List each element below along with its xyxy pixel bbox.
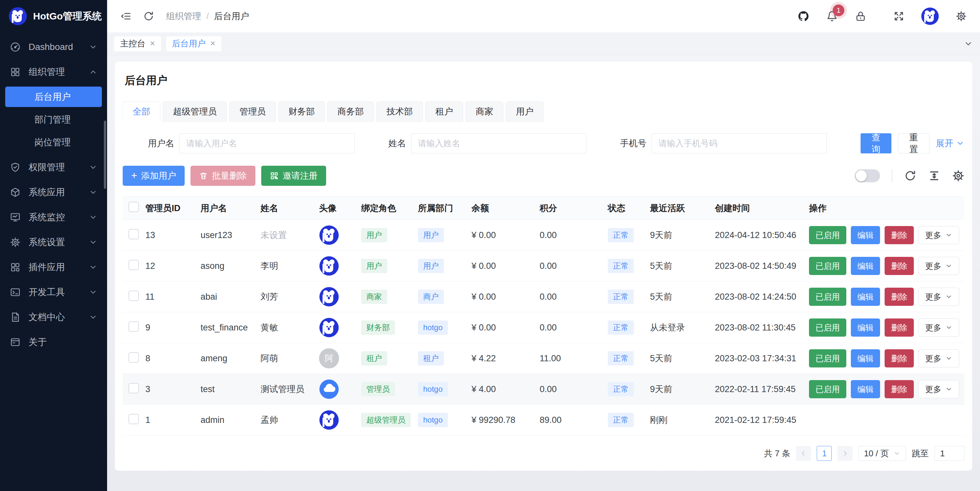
expand-link[interactable]: 展开 <box>936 138 964 149</box>
page-size-select[interactable]: 10 / 页 <box>858 446 906 461</box>
sidebar-item-perm[interactable]: 权限管理 <box>0 155 107 180</box>
sidebar-item-docs[interactable]: 文档中心 <box>0 305 107 329</box>
lock-icon[interactable] <box>854 10 867 23</box>
role-filter-tab-merchant[interactable]: 商家 <box>466 102 503 122</box>
role-tag: 用户 <box>361 259 387 273</box>
delete-button[interactable]: 删除 <box>885 288 914 306</box>
cell-balance: ¥ 4.00 <box>471 384 540 394</box>
role-filter-tab-user[interactable]: 用户 <box>506 102 544 122</box>
sidebar-item-about[interactable]: 关于 <box>0 329 107 354</box>
next-page-button[interactable] <box>838 446 853 461</box>
column-header: 用户名 <box>200 202 261 214</box>
enabled-button[interactable]: 已启用 <box>809 288 846 306</box>
invite-register-button[interactable]: 邀请注册 <box>261 166 326 186</box>
sidebar-subitem-backend-users[interactable]: 后台用户 <box>5 87 102 107</box>
cell-name: 黄敏 <box>261 322 319 334</box>
role-filter-tab-all[interactable]: 全部 <box>123 102 160 122</box>
query-button[interactable]: 查询 <box>861 133 891 153</box>
page-tab-label: 主控台 <box>120 38 145 49</box>
enabled-button[interactable]: 已启用 <box>809 380 846 398</box>
tabbar-chevron-down-icon[interactable] <box>964 39 973 48</box>
sidebar-subitem-post[interactable]: 岗位管理 <box>5 132 102 153</box>
realname-input[interactable] <box>411 133 586 153</box>
column-settings-gear-icon[interactable] <box>952 170 964 182</box>
delete-button[interactable]: 删除 <box>885 226 914 244</box>
role-filter-tab-business[interactable]: 商务部 <box>328 102 374 122</box>
cell-actions: 已启用 编辑 删除 更多 <box>809 380 964 398</box>
more-button[interactable]: 更多 <box>918 349 959 367</box>
role-filter-tab-tech[interactable]: 技术部 <box>376 102 423 122</box>
prev-page-button[interactable] <box>796 446 811 461</box>
edit-button[interactable]: 编辑 <box>851 318 880 337</box>
more-button[interactable]: 更多 <box>918 318 959 337</box>
fullscreen-icon[interactable] <box>892 10 905 23</box>
enabled-button[interactable]: 已启用 <box>809 349 846 367</box>
cell-admin-id: 12 <box>145 261 200 271</box>
table-refresh-icon[interactable] <box>904 170 916 182</box>
more-button[interactable]: 更多 <box>918 288 959 306</box>
sidebar-item-sysset[interactable]: 系统设置 <box>0 230 107 254</box>
refresh-icon[interactable] <box>142 10 155 23</box>
striped-toggle[interactable] <box>855 169 880 182</box>
enabled-button[interactable]: 已启用 <box>809 318 846 337</box>
filter-label: 用户名 <box>148 138 174 149</box>
delete-button[interactable]: 删除 <box>885 257 914 275</box>
role-filter-tab-tenant[interactable]: 租户 <box>425 102 463 122</box>
batch-delete-button[interactable]: 批量删除 <box>191 166 255 186</box>
filter-label: 姓名 <box>388 138 406 149</box>
settings-gear-icon[interactable] <box>955 10 968 23</box>
row-checkbox[interactable] <box>129 260 139 270</box>
more-button[interactable]: 更多 <box>918 257 959 275</box>
edit-button[interactable]: 编辑 <box>851 226 880 244</box>
more-button[interactable]: 更多 <box>918 226 959 244</box>
breadcrumb-parent[interactable]: 组织管理 <box>166 10 201 22</box>
chevron-down-icon <box>945 355 952 362</box>
sidebar-item-sysmon[interactable]: 系统监控 <box>0 205 107 230</box>
role-filter-tab-super-admin[interactable]: 超级管理员 <box>163 102 227 122</box>
sidebar-item-sysapp[interactable]: 系统应用 <box>0 180 107 205</box>
more-button[interactable]: 更多 <box>918 380 959 398</box>
row-checkbox[interactable] <box>129 383 139 393</box>
sidebar-item-dashboard[interactable]: Dashboard <box>0 34 107 59</box>
row-checkbox[interactable] <box>129 321 139 332</box>
row-checkbox[interactable] <box>129 352 139 362</box>
sidebar-item-plugin[interactable]: 插件应用 <box>0 254 107 280</box>
github-icon[interactable] <box>797 10 810 23</box>
enabled-button[interactable]: 已启用 <box>809 226 846 244</box>
enabled-button[interactable]: 已启用 <box>809 257 846 275</box>
close-icon[interactable]: × <box>210 39 215 48</box>
delete-button[interactable]: 删除 <box>885 349 914 367</box>
role-filter-tab-finance[interactable]: 财务部 <box>278 102 325 122</box>
sidebar-item-label: 权限管理 <box>29 161 89 173</box>
delete-button[interactable]: 删除 <box>885 318 914 337</box>
edit-button[interactable]: 编辑 <box>851 288 880 306</box>
jump-page-input[interactable] <box>935 446 964 461</box>
sidebar-item-org[interactable]: 组织管理 <box>0 59 107 84</box>
row-checkbox[interactable] <box>129 229 139 239</box>
sidebar-collapse-icon[interactable] <box>119 10 132 23</box>
page-number-button[interactable]: 1 <box>817 446 832 461</box>
sidebar-scrollbar[interactable] <box>104 121 106 189</box>
role-filter-tab-label: 管理员 <box>239 106 266 118</box>
row-checkbox[interactable] <box>129 414 139 424</box>
mobile-input[interactable] <box>652 133 827 153</box>
edit-button[interactable]: 编辑 <box>851 257 880 275</box>
edit-button[interactable]: 编辑 <box>851 380 880 398</box>
delete-button[interactable]: 删除 <box>885 380 914 398</box>
reset-button[interactable]: 重置 <box>898 133 929 153</box>
close-icon[interactable]: × <box>150 39 155 48</box>
sidebar-item-devtool[interactable]: 开发工具 <box>0 280 107 305</box>
user-avatar[interactable] <box>921 7 939 25</box>
cell-admin-id: 3 <box>145 384 200 394</box>
row-avatar <box>319 410 339 430</box>
row-checkbox[interactable] <box>129 291 139 301</box>
add-user-button[interactable]: + 添加用户 <box>123 166 185 186</box>
role-filter-tab-admin[interactable]: 管理员 <box>229 102 276 122</box>
page-tab-backend-users[interactable]: 后台用户 × <box>166 37 221 51</box>
select-all-checkbox[interactable] <box>129 202 139 212</box>
edit-button[interactable]: 编辑 <box>851 349 880 367</box>
page-tab-console[interactable]: 主控台 × <box>114 37 161 51</box>
row-density-icon[interactable] <box>928 170 940 182</box>
username-input[interactable] <box>180 133 355 153</box>
sidebar-subitem-dept[interactable]: 部门管理 <box>5 109 102 130</box>
